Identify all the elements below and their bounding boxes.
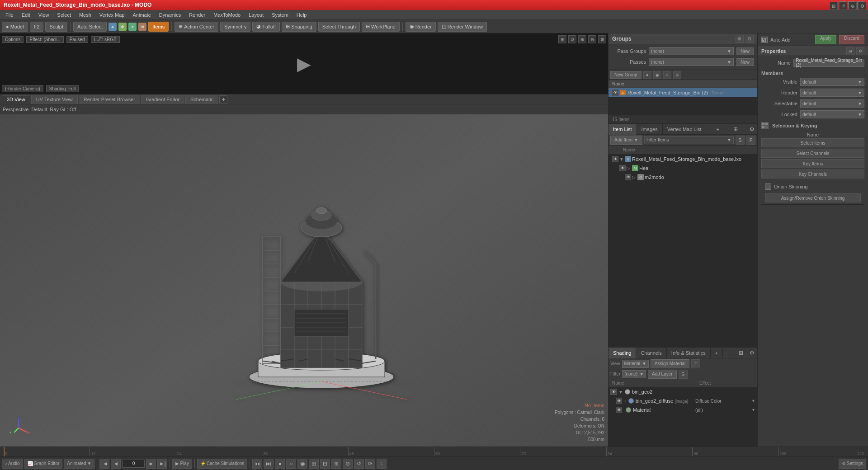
playback-icon-4[interactable]: ○ — [286, 459, 296, 469]
playback-icon-5[interactable]: ◉ — [297, 459, 307, 469]
menu-animate[interactable]: Animate — [129, 11, 154, 19]
shading-expand-icon[interactable]: ⊞ — [736, 348, 746, 358]
default-selector[interactable]: Default — [31, 107, 47, 112]
snapping-button[interactable]: ⊞ Snapping — [282, 22, 316, 32]
select-channels-button[interactable]: Select Channels — [761, 149, 864, 158]
tab-channels[interactable]: Channels — [636, 348, 666, 358]
tree-item-m2modo[interactable]: 👁 ▷ G m2modo — [609, 173, 757, 182]
groups-collapse-icon[interactable]: ⊟ — [745, 35, 754, 43]
menu-vertex-map[interactable]: Vertex Map — [96, 11, 128, 19]
model-button[interactable]: ● Model — [2, 22, 28, 32]
symmetry-button[interactable]: Symmetry — [220, 22, 251, 32]
menu-edit[interactable]: Edit — [18, 11, 34, 19]
preview-play-button[interactable]: ▶ — [291, 50, 318, 77]
playback-icon-12[interactable]: ↕ — [377, 459, 387, 469]
view-expand-icon[interactable]: ⊞ — [830, 2, 838, 10]
tree-item-heal[interactable]: 👁 ▷ M Heal — [609, 164, 757, 173]
assign-material-button[interactable]: Assign Material — [651, 359, 689, 368]
view-material-dropdown[interactable]: Material ▼ — [622, 360, 649, 368]
visible-dropdown[interactable]: default ▼ — [800, 78, 864, 86]
view-rotate-icon[interactable]: ↺ — [839, 2, 847, 10]
shading-material-dropdown-icon[interactable]: ▼ — [751, 408, 755, 412]
shading-f-icon[interactable]: F — [691, 359, 700, 368]
playback-icon-1[interactable]: ⏮ — [252, 459, 262, 469]
shape-icon-4[interactable]: ■ — [138, 23, 146, 31]
key-items-button[interactable]: Key Items — [761, 159, 864, 168]
play-button[interactable]: ▶ Play — [172, 459, 192, 469]
locked-dropdown[interactable]: default ▼ — [800, 110, 864, 118]
menu-system[interactable]: System — [268, 11, 292, 19]
sculpt-button[interactable]: Sculpt — [45, 22, 67, 32]
viewport[interactable]: No Items Polygons : Catmull-Clark Channe… — [0, 114, 608, 446]
groups-icon-c[interactable]: ○ — [663, 71, 671, 79]
f2-button[interactable]: F2 — [30, 22, 44, 32]
add-item-button[interactable]: Add Item ▼ — [610, 136, 642, 145]
perspective-selector[interactable]: Perspective — [3, 107, 28, 112]
shading-eye-material[interactable]: 👁 — [616, 407, 622, 413]
item-list-expand-icon[interactable]: ⊞ — [730, 124, 741, 135]
shape-icon-3[interactable]: ● — [128, 23, 137, 31]
auto-add-checkbox[interactable]: ☑ — [761, 37, 768, 43]
groups-icon-d[interactable]: ⊕ — [673, 71, 681, 79]
tree-expand-heal[interactable]: ▷ — [627, 166, 631, 171]
onion-checkbox[interactable]: □ — [765, 183, 771, 190]
item-list-icon-s[interactable]: S — [736, 136, 745, 145]
shading-expand-bin-geo2[interactable]: ▼ — [618, 390, 623, 395]
falloff-button[interactable]: ◕ Falloff — [252, 22, 280, 32]
tree-expand-m2modo[interactable]: ▷ — [632, 175, 637, 180]
settings-button[interactable]: ⚙ Settings — [839, 459, 866, 469]
menu-mesh[interactable]: Mesh — [75, 11, 95, 19]
menu-render[interactable]: Render — [185, 11, 209, 19]
playback-icon-9[interactable]: ⊖ — [343, 459, 353, 469]
view-zoom-icon[interactable]: ⊕ — [849, 2, 857, 10]
tab-info-statistics[interactable]: Info & Statistics — [667, 348, 711, 358]
graph-editor-button[interactable]: 📈 Graph Editor — [24, 459, 63, 469]
playback-icon-11[interactable]: ⟳ — [365, 459, 375, 469]
tree-item-scene[interactable]: 👁 ▼ S Roxell_Metal_Feed_Storage_Bin_modo… — [609, 155, 757, 164]
item-list-icon-f[interactable]: F — [746, 136, 755, 145]
preview-zoom-out-icon[interactable]: ⊖ — [588, 35, 596, 43]
action-center-button[interactable]: ⊕ Action Center — [175, 22, 218, 32]
tab-vertex-map-list[interactable]: Vertex Map List — [663, 124, 707, 135]
lut-label[interactable]: LUT: sRGB — [91, 36, 120, 43]
filter-none-dropdown[interactable]: (none) ▼ — [622, 370, 646, 378]
shading-s-icon[interactable]: S — [679, 370, 688, 379]
go-end-button[interactable]: ►| — [157, 459, 167, 469]
preview-zoom-in-icon[interactable]: ⊕ — [578, 35, 586, 43]
shading-eye-bin-geo2[interactable]: 👁 — [610, 389, 617, 395]
tab-images[interactable]: Images — [637, 124, 663, 135]
render-dropdown[interactable]: default ▼ — [800, 89, 864, 97]
playback-icon-3[interactable]: ● — [275, 459, 285, 469]
preview-settings-icon[interactable]: ⚙ — [598, 35, 606, 43]
group-item[interactable]: 👁 G Roxell_Metal_Feed_Storage_Bin (2) Gr… — [609, 88, 757, 97]
properties-settings-icon[interactable]: ⚙ — [856, 47, 864, 55]
filter-items-dropdown[interactable]: Filter Items ▼ — [644, 136, 734, 144]
new-group-button[interactable]: New Group — [610, 71, 642, 79]
menu-file[interactable]: File — [2, 11, 17, 19]
animated-button[interactable]: Animated ▼ — [64, 459, 94, 469]
auto-select-button[interactable]: Auto Select — [73, 22, 107, 32]
tab-item-list-extra[interactable]: + — [712, 124, 724, 135]
groups-icon-a[interactable]: ● — [643, 71, 651, 79]
apply-button[interactable]: Apply — [815, 35, 836, 44]
shading-diffuse-dropdown-icon[interactable]: ▼ — [751, 399, 755, 403]
ray-gl-selector[interactable]: Ray GL: Off — [50, 107, 76, 112]
tab-shading[interactable]: Shading — [609, 348, 636, 358]
name-prop-value[interactable]: Roxell_Metal_Feed_Storage_Bin (2) — [793, 59, 864, 67]
menu-view[interactable]: View — [35, 11, 53, 19]
tab-shading-extra[interactable]: + — [711, 348, 723, 358]
shading-eye-diffuse[interactable]: 👁 — [616, 398, 622, 404]
view-settings-icon[interactable]: ⚙ — [858, 2, 866, 10]
playback-icon-7[interactable]: ⊟ — [320, 459, 330, 469]
preview-refresh-icon[interactable]: ↺ — [568, 35, 576, 43]
groups-expand-icon[interactable]: ⊞ — [736, 35, 744, 43]
tab-add-button[interactable]: + — [219, 95, 227, 103]
key-channels-button[interactable]: Key Channels — [761, 169, 864, 179]
shape-icon-1[interactable]: ▲ — [108, 23, 117, 31]
workplane-button[interactable]: ⊟ WorkPlane — [362, 22, 400, 32]
shading-row-diffuse[interactable]: 👁 + bin_geo2_diffuse [image] Diffuse Col… — [609, 396, 757, 405]
menu-select[interactable]: Select — [53, 11, 75, 19]
group-eye-icon[interactable]: 👁 — [612, 89, 618, 96]
render-window-button[interactable]: ◫ Render Window — [438, 22, 487, 32]
shading-row-bin-geo2[interactable]: 👁 ▼ bin_geo2 — [609, 387, 757, 396]
